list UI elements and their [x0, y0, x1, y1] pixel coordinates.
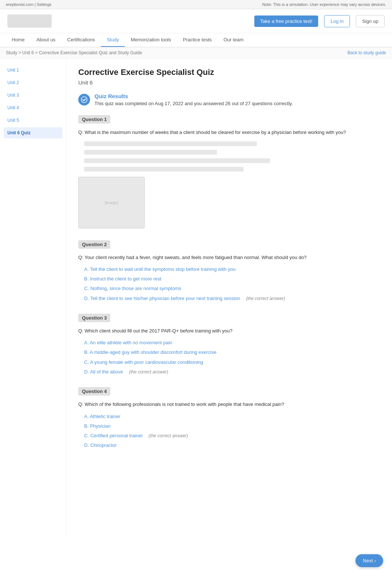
- question-text-2: Q: Your client recently had a fever, nig…: [78, 254, 350, 261]
- top-bar-left: ereptionist.com | Settings: [6, 2, 51, 7]
- q1-answers-redacted: [84, 141, 350, 172]
- question-text-4: Q: Which of the following professionals …: [78, 401, 350, 408]
- answer-item-3-d: D. All of the above (the correct answer): [84, 369, 350, 375]
- answer-item-2-b: B. Instruct the client to get more rest: [84, 276, 350, 282]
- answer-item-4-d: D. Chiropractor: [84, 442, 350, 449]
- top-bar-site-link[interactable]: ereptionist.com | Settings: [6, 2, 51, 7]
- answer-letter-4-b: B.: [84, 423, 89, 429]
- quiz-subtitle: Unit 6: [78, 79, 350, 86]
- answer-letter-4-a: A.: [84, 414, 89, 419]
- answer-item-4-a: A. Athletic trainer: [84, 413, 350, 420]
- breadcrumb: Study > Unit 6 > Corrective Exercise Spe…: [6, 50, 142, 55]
- sidebar-item-unit6-quiz[interactable]: Unit 6 Quiz: [4, 127, 62, 138]
- header-logo: [7, 14, 52, 28]
- answer-item-2-a: A. Tell the client to wait until the sym…: [84, 266, 350, 273]
- question-header-3: Question 3: [78, 314, 350, 322]
- quiz-results-icon: [78, 94, 90, 106]
- nav-item-certifications[interactable]: Certifications: [61, 33, 101, 47]
- nav-item-about[interactable]: About us: [31, 33, 61, 47]
- sidebar-item-unit5[interactable]: Unit 5: [4, 115, 62, 126]
- correct-label-4-c: (the correct answer): [149, 433, 188, 438]
- free-practice-test-button[interactable]: Take a free practice test!: [254, 15, 319, 27]
- answer-letter-3-c: C.: [84, 359, 89, 365]
- q1-answer-row-3: [84, 158, 270, 163]
- answer-text-3-d: All of the above: [90, 369, 123, 375]
- answer-text-3-b: A middle-aged guy with shoulder discomfo…: [90, 349, 216, 355]
- answer-item-2-c: C. Nothing, since those are normal sympt…: [84, 285, 350, 292]
- question-block-1: Question 1 Q: What is the maximum number…: [78, 115, 350, 228]
- answer-text-3-c: A young female with poor cardiovascular …: [90, 359, 203, 365]
- answer-item-3-b: B. A middle-aged guy with shoulder disco…: [84, 349, 350, 356]
- q1-answer-row-4: [84, 167, 244, 172]
- question-block-2: Question 2 Q: Your client recently had a…: [78, 240, 350, 302]
- question-number-3: Question 3: [78, 314, 110, 322]
- correct-label-3-d: (the correct answer): [129, 369, 168, 375]
- question-header-2: Question 2: [78, 240, 350, 249]
- question-header-4: Question 4: [78, 387, 350, 396]
- answer-item-4-c: C. Certified personal trainer (the corre…: [84, 432, 350, 439]
- answer-letter-2-d: D.: [84, 296, 89, 301]
- main-nav: Home About us Certifications Study Memor…: [0, 33, 392, 47]
- answer-letter-4-c: C.: [84, 433, 89, 438]
- top-bar-right: Note: This is a simulation. User experie…: [262, 2, 386, 7]
- correct-label-2-d: (the correct answer): [246, 296, 285, 301]
- q1-answer-row-1: [84, 141, 257, 146]
- sidebar-item-unit1[interactable]: Unit 1: [4, 65, 62, 76]
- answer-letter-2-a: A.: [84, 266, 89, 272]
- answer-item-3-a: A. An elite athlete with no movement pai…: [84, 339, 350, 346]
- question-text-3: Q: Which client should fill out the 2017…: [78, 327, 350, 335]
- quiz-results-title: Quiz Results: [94, 93, 293, 99]
- question-number-1: Question 1: [78, 115, 110, 124]
- breadcrumb-text: Study > Unit 6 > Corrective Exercise Spe…: [6, 50, 142, 55]
- answer-text-3-a: An elite athlete with no movement pain: [90, 340, 172, 345]
- main-content: Corrective Exercise Specialist Quiz Unit…: [66, 59, 362, 538]
- answer-list-4: A. Athletic trainer B. Physician C. Cert…: [84, 413, 350, 449]
- login-button[interactable]: Log in: [324, 15, 350, 27]
- question-text-1: Q: What is the maximum number of weeks t…: [78, 129, 350, 136]
- answer-text-4-a: Athletic trainer: [90, 414, 120, 419]
- answer-item-3-c: C. A young female with poor cardiovascul…: [84, 359, 350, 366]
- nav-item-practice-tests[interactable]: Practice tests: [177, 33, 218, 47]
- answer-item-4-b: B. Physician: [84, 423, 350, 430]
- nav-item-home[interactable]: Home: [6, 33, 31, 47]
- sidebar-item-unit2[interactable]: Unit 2: [4, 77, 62, 88]
- sidebar: Unit 1 Unit 2 Unit 3 Unit 4 Unit 5 Unit …: [0, 59, 66, 538]
- answer-letter-3-b: B.: [84, 349, 89, 355]
- nav-item-memorization[interactable]: Memorization tools: [125, 33, 177, 47]
- answer-text-2-b: Instruct the client to get more rest: [90, 276, 161, 282]
- question-number-4: Question 4: [78, 387, 110, 396]
- sidebar-item-unit3[interactable]: Unit 3: [4, 90, 62, 101]
- svg-point-0: [81, 97, 87, 103]
- q1-image-label: [image]: [105, 200, 118, 205]
- answer-letter-3-a: A.: [84, 340, 89, 345]
- question-header-1: Question 1: [78, 115, 350, 124]
- sidebar-item-unit4[interactable]: Unit 4: [4, 102, 62, 113]
- nav-item-study[interactable]: Study: [101, 33, 125, 47]
- answer-letter-2-b: B.: [84, 276, 89, 282]
- q1-image: [image]: [78, 177, 145, 228]
- page-layout: Unit 1 Unit 2 Unit 3 Unit 4 Unit 5 Unit …: [0, 59, 392, 538]
- answer-item-2-d: D. Tell the client to see his/her physic…: [84, 295, 350, 302]
- question-text-1-content: Q: What is the maximum number of weeks t…: [78, 130, 346, 135]
- quiz-results-description: This quiz was completed on Aug 17, 2022 …: [94, 101, 293, 106]
- answer-text-4-c: Certified personal trainer: [90, 433, 143, 438]
- answer-text-2-c: Nothing, since those are normal symptoms: [90, 286, 181, 291]
- answer-text-2-d: Tell the client to see his/her physician…: [90, 296, 240, 301]
- answer-letter-4-d: D.: [84, 442, 89, 448]
- answer-text-4-b: Physician: [90, 423, 111, 429]
- top-bar: ereptionist.com | Settings Note: This is…: [0, 0, 392, 9]
- question-number-2: Question 2: [78, 240, 110, 249]
- quiz-title: Corrective Exercise Specialist Quiz: [78, 68, 350, 77]
- answer-list-2: A. Tell the client to wait until the sym…: [84, 266, 350, 302]
- nav-item-team[interactable]: Our team: [218, 33, 250, 47]
- answer-text-4-d: Chiropractor: [90, 442, 117, 448]
- signup-button[interactable]: Sign up: [356, 15, 385, 27]
- header: Take a free practice test! Log in Sign u…: [0, 9, 392, 33]
- question-block-3: Question 3 Q: Which client should fill o…: [78, 314, 350, 375]
- back-to-study-guide-link[interactable]: Back to study guide: [347, 50, 386, 55]
- q1-answer-row-2: [84, 150, 217, 155]
- answer-text-2-a: Tell the client to wait until the sympto…: [90, 266, 236, 272]
- question-block-4: Question 4 Q: Which of the following pro…: [78, 387, 350, 449]
- quiz-results-banner: Quiz Results This quiz was completed on …: [78, 93, 350, 106]
- answer-list-3: A. An elite athlete with no movement pai…: [84, 339, 350, 375]
